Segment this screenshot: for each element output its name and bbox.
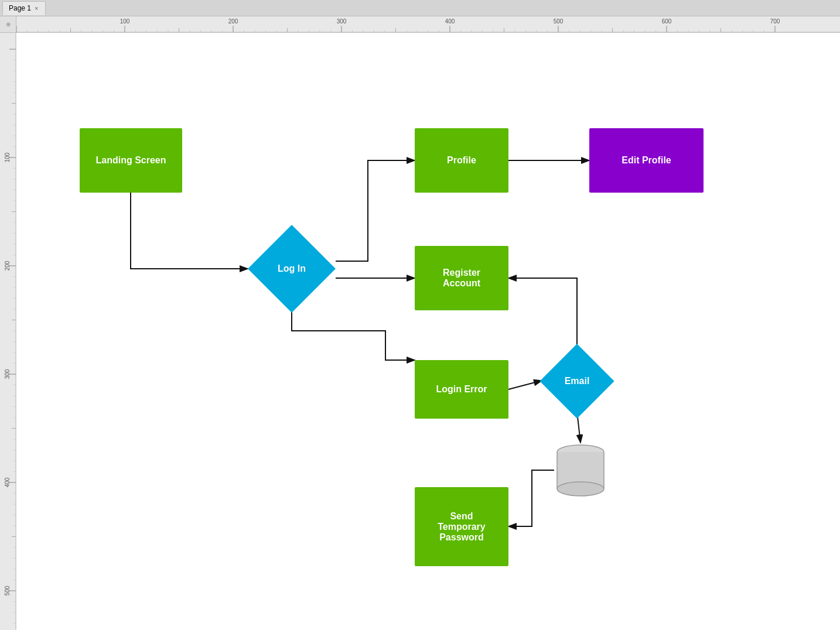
register-label: Register Account: [443, 268, 480, 289]
email-node[interactable]: Email: [542, 350, 612, 412]
main-area: Landing Screen Profile Edit Profile Log …: [0, 33, 840, 630]
svg-line-3: [508, 381, 542, 389]
profile-node[interactable]: Profile: [415, 128, 508, 193]
tab-label: Page 1: [9, 4, 31, 12]
svg-point-7: [557, 482, 604, 496]
ruler-row: ⊕: [0, 16, 840, 33]
email-label: Email: [565, 376, 590, 386]
login-error-label: Login Error: [436, 384, 487, 395]
landing-screen-label: Landing Screen: [95, 155, 166, 166]
content-wrapper: ⊕ Landing Screen Profile Edit Profile: [0, 16, 840, 630]
canvas-area[interactable]: Landing Screen Profile Edit Profile Log …: [16, 33, 840, 630]
register-account-node[interactable]: Register Account: [415, 246, 508, 310]
ruler-corner: ⊕: [0, 16, 16, 33]
profile-label: Profile: [447, 155, 476, 166]
send-temp-password-node[interactable]: Send Temporary Password: [415, 487, 508, 566]
database-node: [554, 443, 607, 498]
send-temp-label: Send Temporary Password: [438, 511, 486, 543]
vertical-ruler: [0, 33, 16, 630]
landing-screen-node[interactable]: Landing Screen: [80, 128, 182, 193]
login-node[interactable]: Log In: [248, 237, 336, 301]
edit-profile-label: Edit Profile: [622, 155, 671, 166]
tab-bar: Page 1 ×: [0, 0, 840, 16]
database-icon: [554, 443, 607, 498]
page-tab[interactable]: Page 1 ×: [2, 1, 46, 15]
login-label: Log In: [278, 263, 306, 274]
edit-profile-node[interactable]: Edit Profile: [589, 128, 704, 193]
login-error-node[interactable]: Login Error: [415, 360, 508, 419]
horizontal-ruler: [16, 16, 840, 33]
tab-close-button[interactable]: ×: [35, 5, 38, 12]
